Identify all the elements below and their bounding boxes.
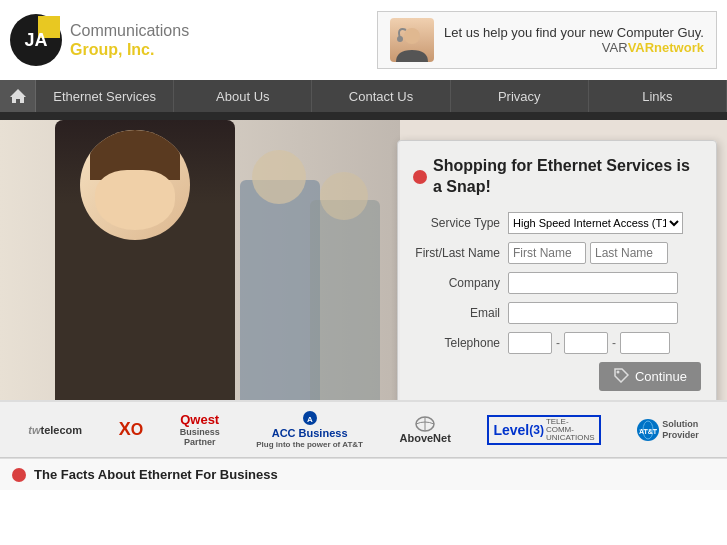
ad-person-graphic bbox=[390, 18, 434, 62]
ad-brand: VARVARnetwork bbox=[444, 40, 704, 55]
svg-text:AT&T: AT&T bbox=[639, 428, 658, 435]
facts-text: The Facts About Ethernet For Business bbox=[34, 467, 278, 482]
tel-sep1: - bbox=[556, 336, 560, 350]
nav-item-privacy[interactable]: Privacy bbox=[451, 80, 589, 112]
tag-icon bbox=[613, 367, 629, 386]
network-text: VARnetwork bbox=[628, 40, 704, 55]
person-bg1-body bbox=[240, 180, 320, 400]
continue-label: Continue bbox=[635, 369, 687, 384]
ad-banner[interactable]: Let us help you find your new Computer G… bbox=[377, 11, 717, 69]
var-text: VAR bbox=[602, 40, 628, 55]
acc-icon: A bbox=[302, 410, 318, 426]
svg-marker-2 bbox=[10, 89, 26, 103]
nav-item-about-us[interactable]: About Us bbox=[174, 80, 312, 112]
home-icon bbox=[9, 87, 27, 105]
service-type-select[interactable]: High Speed Internet Access (T1/DSEtherne… bbox=[508, 212, 683, 234]
partner-xo: XO bbox=[119, 419, 143, 440]
company-row: Company bbox=[413, 272, 701, 294]
facts-bar[interactable]: The Facts About Ethernet For Business bbox=[0, 458, 727, 490]
company-name-part2: Group, Inc. bbox=[70, 40, 189, 59]
first-last-label: First/Last Name bbox=[413, 246, 508, 260]
form-title: Shopping for Ethernet Services is a Snap… bbox=[413, 156, 701, 198]
headset-person-icon bbox=[392, 22, 432, 62]
abovenet-icon bbox=[415, 416, 435, 432]
hero-gradient bbox=[0, 120, 400, 400]
person-main-face bbox=[80, 130, 190, 240]
home-nav-button[interactable] bbox=[0, 80, 36, 112]
main-content: Shopping for Ethernet Services is a Snap… bbox=[0, 120, 727, 400]
nav-items: Ethernet Services About Us Contact Us Pr… bbox=[36, 80, 727, 112]
email-label: Email bbox=[413, 306, 508, 320]
nav-item-contact-us[interactable]: Contact Us bbox=[312, 80, 450, 112]
ad-headline: Let us help you find your new Computer G… bbox=[444, 25, 704, 40]
partner-qwest: Qwest Business Partner bbox=[180, 412, 220, 447]
first-last-name-row: First/Last Name bbox=[413, 242, 701, 264]
company-name: Communications Group, Inc. bbox=[70, 21, 189, 59]
continue-btn-container: Continue bbox=[413, 362, 701, 391]
telephone-row: Telephone - - bbox=[413, 332, 701, 354]
logo-circle: JA bbox=[10, 14, 62, 66]
company-label: Company bbox=[413, 276, 508, 290]
telephone-group: - - bbox=[508, 332, 670, 354]
header: JA Communications Group, Inc. Let us hel… bbox=[0, 0, 727, 80]
att-circle: AT&T bbox=[637, 419, 659, 441]
nav-item-ethernet-services[interactable]: Ethernet Services bbox=[36, 80, 174, 112]
partner-level3: Level(3) TELE-COMM-UNICATIONS bbox=[487, 415, 600, 445]
last-name-input[interactable] bbox=[590, 242, 668, 264]
nav-bar: Ethernet Services About Us Contact Us Pr… bbox=[0, 80, 727, 112]
telephone-label: Telephone bbox=[413, 336, 508, 350]
tel-sep2: - bbox=[612, 336, 616, 350]
form-title-icon bbox=[413, 170, 427, 184]
service-type-row: Service Type High Speed Internet Access … bbox=[413, 212, 701, 234]
att-globe-icon: AT&T bbox=[638, 420, 658, 440]
partner-tw-telecom: twtelecom bbox=[28, 424, 82, 436]
ad-content: Let us help you find your new Computer G… bbox=[444, 25, 704, 55]
continue-button[interactable]: Continue bbox=[599, 362, 701, 391]
att-solution-text: SolutionProvider bbox=[662, 419, 699, 441]
partners-bar: twtelecom XO Qwest Business Partner A AC… bbox=[0, 400, 727, 458]
hero-image bbox=[0, 120, 400, 400]
facts-icon bbox=[12, 468, 26, 482]
tel-prefix-input[interactable] bbox=[564, 332, 608, 354]
logo-initials: JA bbox=[24, 30, 47, 51]
svg-point-3 bbox=[616, 370, 619, 373]
partner-att: AT&T SolutionProvider bbox=[637, 419, 699, 441]
logo-area: JA Communications Group, Inc. bbox=[10, 14, 189, 66]
dark-bar bbox=[0, 112, 727, 120]
first-name-input[interactable] bbox=[508, 242, 586, 264]
nav-item-links[interactable]: Links bbox=[589, 80, 727, 112]
tel-number-input[interactable] bbox=[620, 332, 670, 354]
email-row: Email bbox=[413, 302, 701, 324]
svg-text:A: A bbox=[307, 415, 313, 424]
partner-acc-business: A ACC Business Plug into the power of AT… bbox=[256, 410, 363, 449]
svg-point-0 bbox=[404, 28, 420, 44]
company-name-part1: Communications bbox=[70, 21, 189, 40]
person-bg2-body bbox=[310, 200, 380, 400]
person-bg1-face bbox=[252, 150, 306, 204]
tel-area-input[interactable] bbox=[508, 332, 552, 354]
partner-abovenet: AboveNet bbox=[400, 416, 451, 444]
email-input[interactable] bbox=[508, 302, 678, 324]
svg-point-1 bbox=[397, 36, 403, 42]
person-bg2-face bbox=[320, 172, 368, 220]
form-panel: Shopping for Ethernet Services is a Snap… bbox=[397, 140, 717, 400]
service-type-label: Service Type bbox=[413, 216, 508, 230]
company-input[interactable] bbox=[508, 272, 678, 294]
